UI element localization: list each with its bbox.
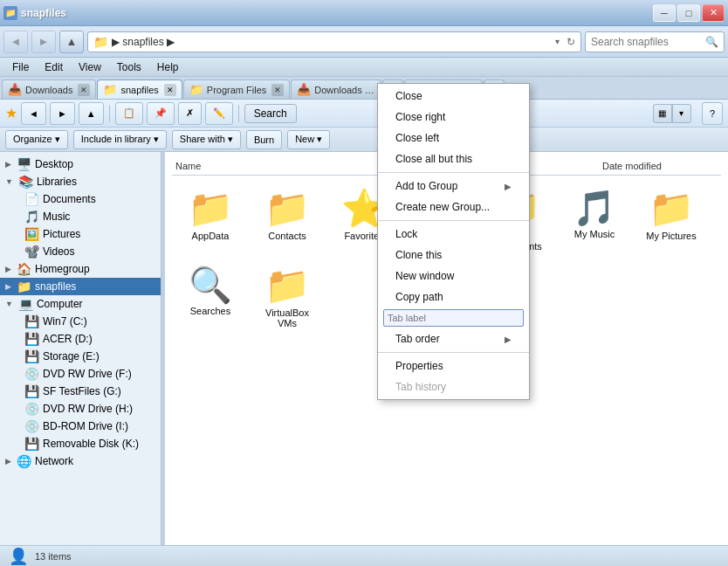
- tab-program-files[interactable]: 📁 Program Files ✕: [183, 79, 290, 99]
- address-bar[interactable]: 📁 ▶ snapfiles ▶ ▾ ↻: [87, 31, 581, 52]
- cm-close-left[interactable]: Close left: [378, 128, 529, 148]
- cm-properties-label: Properties: [395, 360, 443, 372]
- sidebar-label-removablek: Removable Disk (K:): [43, 438, 139, 450]
- organize-button[interactable]: Organize ▾: [5, 130, 68, 149]
- cm-close-all-but-label: Close all but this: [395, 153, 472, 165]
- sidebar-icon-win7c: 💾: [24, 314, 39, 328]
- menu-file[interactable]: File: [5, 59, 36, 75]
- file-item-mymusic[interactable]: 🎵 My Music: [560, 186, 629, 256]
- file-item-contacts[interactable]: 📁 Contacts: [252, 186, 322, 256]
- up-button[interactable]: ▲: [59, 31, 84, 53]
- sidebar-label-pictures: Pictures: [43, 228, 80, 240]
- folder-icon-searches: 🔍: [189, 267, 232, 302]
- minimize-button[interactable]: ─: [653, 4, 676, 22]
- toolbar-up-icon: ▲: [86, 108, 96, 119]
- cm-add-to-group[interactable]: Add to Group ▶: [378, 176, 529, 197]
- sidebar-item-music[interactable]: 🎵 Music: [0, 208, 161, 225]
- sidebar-item-network[interactable]: ▶ 🌐 Network: [0, 452, 161, 470]
- toolbar-back-btn[interactable]: ◄: [21, 102, 46, 125]
- toolbar-delete-btn[interactable]: ✗: [178, 102, 202, 125]
- file-item-mypictures[interactable]: 📁 My Pictures: [636, 186, 706, 256]
- sidebar-item-libraries[interactable]: ▼ 📚 Libraries: [0, 173, 161, 190]
- view-grid-btn[interactable]: ▦: [653, 104, 672, 123]
- menu-help[interactable]: Help: [150, 59, 186, 75]
- toolbar-rename-btn[interactable]: ✏️: [205, 102, 233, 125]
- sidebar-icon-dvdrwh: 💿: [24, 402, 39, 416]
- sidebar-item-snapfiles[interactable]: ▶ 📁 snapfiles: [0, 278, 161, 295]
- toolbar-copy-icon: 📋: [123, 107, 135, 119]
- tab-program-files-close[interactable]: ✕: [271, 84, 284, 96]
- sidebar-icon-acerd: 💾: [24, 332, 39, 346]
- tab-downloads-close[interactable]: ✕: [78, 84, 90, 96]
- toolbar-forward-btn[interactable]: ►: [50, 102, 75, 125]
- sidebar-item-win7c[interactable]: 💾 Win7 (C:): [0, 313, 161, 330]
- file-item-searches[interactable]: 🔍 Searches: [175, 263, 245, 333]
- search-button[interactable]: Search: [244, 104, 297, 123]
- file-label-mypictures: My Pictures: [646, 231, 696, 241]
- view-details-btn[interactable]: ▾: [672, 104, 691, 123]
- toolbar-copy-btn[interactable]: 📋: [115, 102, 143, 125]
- toolbar-paste-icon: 📌: [155, 107, 167, 119]
- menu-bar: File Edit View Tools Help: [0, 58, 728, 77]
- toolbar-up-btn[interactable]: ▲: [79, 102, 104, 125]
- toolbar-help-btn[interactable]: ?: [702, 102, 723, 125]
- menu-edit[interactable]: Edit: [38, 59, 70, 75]
- file-item-appdata[interactable]: 📁 AppData: [175, 186, 245, 256]
- sidebar-item-desktop[interactable]: ▶ 🖥️ Desktop: [0, 155, 161, 173]
- sidebar-item-removablek[interactable]: 💾 Removable Disk (K:): [0, 435, 161, 452]
- include-library-button[interactable]: Include in library ▾: [73, 130, 167, 149]
- cm-close-right[interactable]: Close right: [378, 107, 529, 128]
- sidebar-item-acerd[interactable]: 💾 ACER (D:): [0, 330, 161, 348]
- sidebar-item-computer[interactable]: ▼ 💻 Computer: [0, 295, 161, 313]
- star-icon[interactable]: ★: [5, 105, 17, 121]
- cm-tab-order[interactable]: Tab order ▶: [378, 328, 529, 349]
- search-box[interactable]: 🔍: [585, 31, 725, 52]
- main-content: ▶ 🖥️ Desktop ▼ 📚 Libraries 📄 Documents 🎵…: [0, 152, 728, 545]
- burn-button[interactable]: Burn: [246, 130, 282, 149]
- sidebar-item-dvdrwh[interactable]: 💿 DVD RW Drive (H:): [0, 400, 161, 418]
- sidebar-item-dvdrwf[interactable]: 💿 DVD RW Drive (F:): [0, 365, 161, 383]
- status-bar: 👤 13 items: [0, 545, 728, 566]
- share-with-button[interactable]: Share with ▾: [172, 130, 241, 149]
- cm-close-all-but[interactable]: Close all but this: [378, 148, 529, 169]
- cm-create-group[interactable]: Create new Group...: [378, 197, 529, 217]
- tab-snapfiles[interactable]: 📁 snapfiles ✕: [97, 79, 182, 99]
- sidebar-item-homegroup[interactable]: ▶ 🏠 Homegroup: [0, 260, 161, 278]
- tab-downloads2[interactable]: 📥 Downloads (V...: [291, 79, 381, 99]
- close-button[interactable]: ✕: [702, 4, 725, 22]
- search-icon[interactable]: 🔍: [705, 36, 718, 48]
- sidebar-item-bdroomi[interactable]: 💿 BD-ROM Drive (I:): [0, 418, 161, 435]
- sidebar-label-acerd: ACER (D:): [43, 333, 93, 345]
- sidebar-item-videos[interactable]: 📽️ Videos: [0, 243, 161, 260]
- forward-button[interactable]: ►: [31, 31, 56, 53]
- cm-tab-label-input[interactable]: [383, 309, 524, 327]
- sidebar-label-bdroomi: BD-ROM Drive (I:): [43, 420, 128, 432]
- new-button[interactable]: New ▾: [287, 130, 330, 149]
- sidebar-item-pictures[interactable]: 🖼️ Pictures: [0, 225, 161, 243]
- cm-clone-this[interactable]: Clone this: [378, 245, 529, 266]
- tab-snapfiles-close[interactable]: ✕: [164, 84, 176, 96]
- search-input[interactable]: [591, 36, 705, 48]
- cm-new-window[interactable]: New window: [378, 266, 529, 286]
- cm-close-left-label: Close left: [395, 132, 439, 144]
- cm-lock[interactable]: Lock: [378, 224, 529, 245]
- sidebar-item-sftestg[interactable]: 💾 SF TestFiles (G:): [0, 383, 161, 400]
- sidebar-icon-videos: 📽️: [24, 245, 39, 259]
- cm-copy-path[interactable]: Copy path: [378, 286, 529, 307]
- cm-properties[interactable]: Properties: [378, 355, 529, 376]
- folder-icon-virtualbox: 📁: [264, 267, 310, 304]
- maximize-button[interactable]: □: [677, 4, 700, 22]
- back-button[interactable]: ◄: [3, 31, 28, 53]
- toolbar-paste-btn[interactable]: 📌: [147, 102, 175, 125]
- menu-tools[interactable]: Tools: [110, 59, 148, 75]
- cm-close[interactable]: Close: [378, 86, 529, 107]
- address-dropdown-arrow[interactable]: ▾: [555, 37, 560, 46]
- tab-downloads-label: Downloads: [25, 85, 72, 95]
- sidebar-item-documents[interactable]: 📄 Documents: [0, 190, 161, 208]
- menu-view[interactable]: View: [72, 59, 108, 75]
- column-date[interactable]: Date modified: [599, 159, 721, 173]
- file-item-virtualbox[interactable]: 📁 VirtualBox VMs: [252, 263, 322, 333]
- sidebar-item-storagee[interactable]: 💾 Storage (E:): [0, 348, 161, 365]
- tab-downloads[interactable]: 📥 Downloads ✕: [2, 79, 96, 99]
- address-refresh-icon[interactable]: ↻: [567, 36, 575, 48]
